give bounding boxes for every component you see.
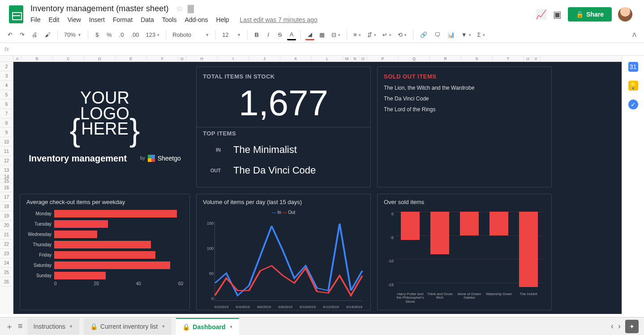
tab-inventory[interactable]: 🔒Current inventory list▼ (84, 318, 172, 335)
collapse-toolbar-button[interactable]: ᐱ (630, 30, 639, 40)
in-label: IN (203, 147, 221, 152)
lock-icon: 🔒 (182, 323, 190, 331)
formula-input[interactable] (15, 46, 640, 52)
scroll-left-button[interactable]: ‹ (611, 322, 614, 331)
chart1-title: Average check-out items per weekday (26, 199, 183, 205)
comments-icon[interactable]: ▣ (553, 9, 562, 20)
total-stock-label: TOTAL ITEMS IN STOCK (203, 73, 364, 80)
font-select[interactable]: Roboto▼ (171, 31, 211, 38)
increase-decimal-button[interactable]: .00 (129, 30, 141, 40)
undo-button[interactable]: ↶ (5, 30, 15, 40)
comment-button[interactable]: 🗨 (432, 30, 442, 40)
halign-button[interactable]: ≡▾ (352, 31, 363, 38)
menu-data[interactable]: Data (141, 16, 154, 23)
currency-button[interactable]: $ (93, 30, 102, 40)
folder-icon[interactable]: ▇ (188, 4, 194, 13)
number-format-select[interactable]: 123▾ (144, 31, 161, 38)
explore-button[interactable]: ✦ (625, 320, 639, 333)
paint-format-button[interactable]: 🖌 (43, 30, 53, 40)
chart3-title: Over sold items (384, 199, 545, 205)
tab-dashboard[interactable]: 🔒Dashboard▼ (176, 318, 239, 335)
chart-button[interactable]: 📊 (445, 30, 457, 40)
share-button[interactable]: 🔒 Share (568, 7, 612, 22)
menu-addons[interactable]: Add-ons (185, 16, 208, 23)
fill-color-button[interactable]: ◢ (305, 30, 314, 40)
keep-addon-icon[interactable]: 💡 (628, 81, 638, 91)
bold-button[interactable]: B (252, 30, 261, 40)
menu-view[interactable]: View (68, 16, 81, 23)
soldout-item: The Da Vinci Code (384, 93, 545, 104)
top-out-value: The Da Vinci Code (233, 165, 316, 176)
print-button[interactable]: 🖨 (30, 30, 40, 40)
column-headers[interactable]: ABCDEFGHIJKLMNOPQRSTUV (13, 56, 622, 62)
italic-button[interactable]: I (264, 30, 273, 40)
logo-card: { YOUR LOGO HERE } Inventory management … (20, 66, 190, 187)
percent-button[interactable]: % (104, 30, 114, 40)
menu-edit[interactable]: Edit (49, 16, 60, 23)
chart2-title: Volume of items per day (last 15 days) (203, 199, 364, 205)
menu-insert[interactable]: Insert (89, 16, 105, 23)
fx-icon: fx (4, 46, 9, 52)
last-edit-info[interactable]: Last edit was 7 minutes ago (240, 16, 318, 23)
top-items-label: TOP ITEMS (203, 130, 364, 137)
soldout-item: The Lion, the Witch and the Wardrobe (384, 83, 545, 93)
sheetgo-icon (148, 155, 155, 162)
account-avatar[interactable] (618, 7, 632, 22)
link-button[interactable]: 🔗 (418, 30, 429, 40)
soldout-card: SOLD OUT ITEMS The Lion, the Witch and t… (377, 66, 552, 187)
share-label: Share (586, 11, 604, 18)
menu-tools[interactable]: Tools (162, 16, 177, 23)
functions-button[interactable]: Σ▾ (476, 31, 487, 38)
merge-button[interactable]: ⊟▾ (330, 31, 342, 38)
star-icon[interactable]: ☆ (176, 4, 183, 13)
lock-icon: 🔒 (576, 11, 584, 18)
scroll-right-button[interactable]: › (618, 322, 621, 331)
doc-title[interactable]: Inventory management (master sheet) (30, 4, 169, 13)
volume-chart[interactable]: Volume of items per day (last 15 days) I… (196, 194, 371, 310)
total-stock-value: 1,677 (203, 83, 364, 124)
tasks-addon-icon[interactable]: ✓ (628, 100, 638, 109)
toolbar: ↶ ↷ 🖨 🖌 70%▼ $ % .0 .00 123▾ Roboto▼ 12▼… (0, 27, 644, 43)
decrease-decimal-button[interactable]: .0 (117, 30, 126, 40)
rotate-button[interactable]: ⟲▾ (396, 31, 408, 38)
redo-button[interactable]: ↷ (17, 30, 27, 40)
add-sheet-button[interactable]: ＋ (5, 321, 13, 332)
trend-icon[interactable]: 📈 (536, 9, 547, 20)
sheetgo-brand: by Sheetgo (140, 155, 181, 162)
oversold-chart[interactable]: Over sold items 0-5-10-15 Harry Potter a… (377, 194, 552, 310)
soldout-label: SOLD OUT ITEMS (384, 73, 545, 80)
calendar-addon-icon[interactable]: 31 (628, 62, 638, 72)
menu-file[interactable]: File (30, 16, 41, 23)
font-size-select[interactable]: 12▼ (220, 31, 243, 38)
stock-card: TOTAL ITEMS IN STOCK 1,677 TOP ITEMS IN … (196, 66, 371, 187)
top-in-value: The Minimalist (233, 144, 297, 156)
sheets-logo-icon[interactable] (9, 5, 23, 23)
out-label: OUT (203, 168, 221, 173)
wrap-button[interactable]: ↵▾ (381, 31, 393, 38)
soldout-item: The Lord of the Rings (384, 104, 545, 115)
sheet-tabs: ＋ ≡ Instructions▼ 🔒Current inventory lis… (0, 317, 644, 335)
tab-instructions[interactable]: Instructions▼ (27, 318, 80, 335)
text-color-button[interactable]: A (287, 30, 296, 40)
checkout-chart[interactable]: Average check-out items per weekday Mond… (20, 194, 190, 310)
lock-icon: 🔒 (90, 323, 98, 330)
logo-placeholder: { YOUR LOGO HERE } (70, 90, 140, 144)
all-sheets-button[interactable]: ≡ (18, 322, 23, 331)
borders-button[interactable]: ▦ (317, 30, 327, 40)
filter-button[interactable]: ▼▾ (459, 31, 473, 38)
row-headers[interactable]: 2345678910111213141516171819202122232425… (0, 56, 13, 314)
menu-help[interactable]: Help (216, 16, 229, 23)
zoom-select[interactable]: 70%▼ (62, 31, 83, 38)
inventory-title: Inventory management (29, 153, 127, 164)
strike-button[interactable]: S (275, 30, 284, 40)
menu-format[interactable]: Format (113, 16, 133, 23)
line-legend: In Out (203, 210, 364, 215)
side-panel: 31 💡 ✓ (622, 56, 644, 314)
valign-button[interactable]: ⇵▾ (365, 31, 378, 38)
